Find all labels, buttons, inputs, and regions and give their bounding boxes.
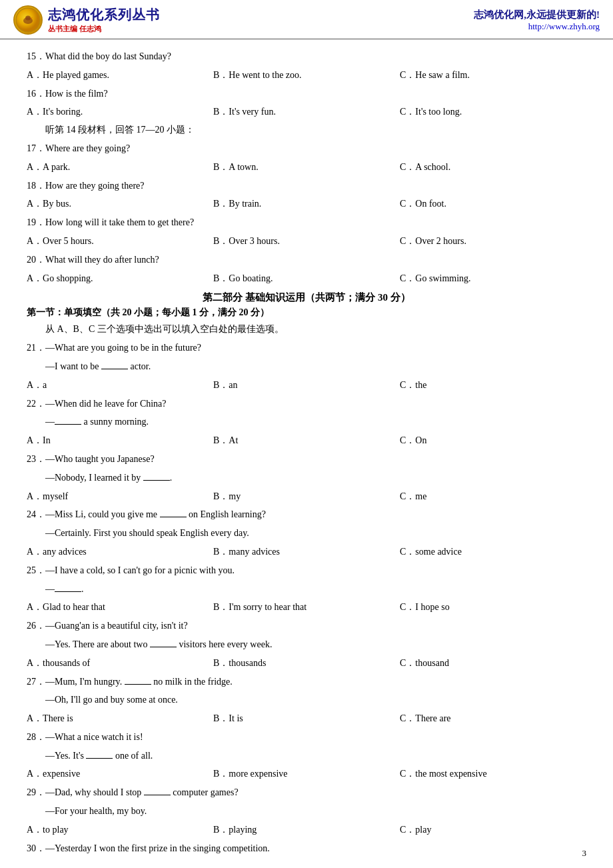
- question-25: 25．—I have a cold, so I can't go for a p…: [27, 563, 586, 579]
- q22-line2: — a sunny morning.: [27, 414, 586, 430]
- main-content: 15．What did the boy do last Sunday? A．He…: [0, 39, 613, 868]
- question-24: 24．—Miss Li, could you give me on Englis…: [27, 507, 586, 523]
- section2-header: 第二部分 基础知识运用（共两节；满分 30 分）: [27, 291, 586, 304]
- q19-num: 19．: [27, 217, 45, 227]
- q15-b: B．He went to the zoo.: [213, 67, 400, 83]
- q25-options: A．Glad to hear that B．I'm sorry to hear …: [27, 599, 586, 615]
- q15-num: 15．: [27, 51, 45, 61]
- q28-line1: —What a nice watch it is!: [45, 732, 143, 742]
- q21-num: 21．: [27, 343, 45, 353]
- q19-options: A．Over 5 hours. B．Over 3 hours. C．Over 2…: [27, 233, 586, 249]
- q20-b: B．Go boating.: [213, 271, 400, 287]
- question-19: 19．How long will it take them to get the…: [27, 215, 586, 231]
- section1-instruction: 从 A、B、C 三个选项中选出可以填入空白处的最佳选项。: [45, 321, 586, 337]
- q16-options: A．It's boring. B．It's very fun. C．It's t…: [27, 104, 586, 120]
- q30-num: 30．: [27, 843, 45, 853]
- q17-c: C．A school.: [400, 159, 586, 175]
- q28-num: 28．: [27, 732, 45, 742]
- q19-b: B．Over 3 hours.: [213, 233, 400, 249]
- q20-a: A．Go shopping.: [27, 271, 213, 287]
- q25-b: B．I'm sorry to hear that: [213, 599, 400, 615]
- q23-a: A．myself: [27, 489, 213, 505]
- q21-line1: —What are you going to be in the future?: [45, 343, 201, 353]
- q23-num: 23．: [27, 454, 45, 464]
- q29-num: 29．: [27, 787, 45, 797]
- question-27: 27．—Mum, I'm hungry. no milk in the frid…: [27, 674, 586, 690]
- q22-options: A．In B．At C．On: [27, 433, 586, 449]
- q23-c: C．me: [400, 489, 586, 505]
- q16-num: 16．: [27, 89, 45, 99]
- q24-num: 24．: [27, 509, 45, 519]
- logo-icon: [13, 5, 43, 35]
- question-29: 29．—Dad, why should I stop computer game…: [27, 785, 586, 801]
- q22-a: A．In: [27, 433, 213, 449]
- q23-options: A．myself B．my C．me: [27, 489, 586, 505]
- q17-b: B．A town.: [213, 159, 400, 175]
- q27-c: C．There are: [400, 711, 586, 727]
- q16-b: B．It's very fun.: [213, 104, 400, 120]
- brand-title: 志鸿优化系列丛书: [48, 6, 160, 24]
- q24-a: A．any advices: [27, 544, 213, 560]
- q22-line1: —When did he leave for China?: [45, 399, 167, 409]
- q25-line2: —.: [27, 581, 586, 597]
- q27-a: A．There is: [27, 711, 213, 727]
- question-21: 21．—What are you going to be in the futu…: [27, 340, 586, 356]
- q26-b: B．thousands: [213, 655, 400, 671]
- q19-c: C．Over 2 hours.: [400, 233, 586, 249]
- q25-blank: [55, 591, 81, 592]
- q21-blank: [101, 369, 128, 369]
- q29-blank: [144, 795, 171, 795]
- q16-a: A．It's boring.: [27, 104, 213, 120]
- q30-line1: —Yesterday I won the first prize in the …: [45, 843, 270, 853]
- q17-text: Where are they going?: [45, 143, 130, 153]
- q16-c: C．It's too long.: [400, 104, 586, 120]
- q23-b: B．my: [213, 489, 400, 505]
- question-30: 30．—Yesterday I won the first prize in t…: [27, 841, 586, 857]
- website-url: http://www.zhyh.org: [474, 21, 600, 32]
- question-20: 20．What will they do after lunch?: [27, 252, 586, 268]
- q17-options: A．A park. B．A town. C．A school.: [27, 159, 586, 175]
- q24-blank: [160, 517, 187, 517]
- q24-c: C．some advice: [400, 544, 586, 560]
- brand-text: 志鸿优化系列丛书 丛书主编 任志鸿: [48, 6, 160, 34]
- question-17: 17．Where are they going?: [27, 141, 586, 157]
- q29-b: B．playing: [213, 822, 400, 838]
- q21-b: B．an: [213, 377, 400, 393]
- q28-c: C．the most expensive: [400, 766, 586, 782]
- q27-options: A．There is B．It is C．There are: [27, 711, 586, 727]
- q22-b: B．At: [213, 433, 400, 449]
- q21-options: A．a B．an C．the: [27, 377, 586, 393]
- q17-num: 17．: [27, 143, 45, 153]
- instruction-14: 听第 14 段材料，回答 17—20 小题：: [45, 122, 586, 138]
- q16-text: How is the film?: [45, 89, 108, 99]
- q26-a: A．thousands of: [27, 655, 213, 671]
- q26-options: A．thousands of B．thousands C．thousand: [27, 655, 586, 671]
- q23-line2: —Nobody, I learned it by .: [27, 470, 586, 486]
- brand-author: 任志鸿: [79, 25, 101, 33]
- q21-c: C．the: [400, 377, 586, 393]
- q29-line1: —Dad, why should I stop computer games?: [45, 787, 239, 797]
- q26-c: C．thousand: [400, 655, 586, 671]
- q28-b: B．more expensive: [213, 766, 400, 782]
- q29-options: A．to play B．playing C．play: [27, 822, 586, 838]
- q19-text: How long will it take them to get there?: [45, 217, 194, 227]
- q20-num: 20．: [27, 255, 45, 265]
- q24-b: B．many advices: [213, 544, 400, 560]
- question-22: 22．—When did he leave for China?: [27, 396, 586, 412]
- question-15: 15．What did the boy do last Sunday?: [27, 49, 586, 65]
- question-23: 23．—Who taught you Japanese?: [27, 451, 586, 467]
- q27-blank: [125, 684, 151, 685]
- q28-options: A．expensive B．more expensive C．the most …: [27, 766, 586, 782]
- q20-text: What will they do after lunch?: [45, 255, 159, 265]
- question-28: 28．—What a nice watch it is!: [27, 729, 586, 745]
- q15-a: A．He played games.: [27, 67, 213, 83]
- q24-line2: —Certainly. First you should speak Engli…: [27, 525, 586, 541]
- brand-subtitle: 丛书主编 任志鸿: [48, 24, 160, 34]
- q22-blank: [55, 424, 81, 425]
- q26-blank: [150, 647, 177, 647]
- q25-a: A．Glad to hear that: [27, 599, 213, 615]
- q15-options: A．He played games. B．He went to the zoo.…: [27, 67, 586, 83]
- q22-num: 22．: [27, 399, 45, 409]
- q26-num: 26．: [27, 621, 45, 631]
- q20-c: C．Go swimming.: [400, 271, 586, 287]
